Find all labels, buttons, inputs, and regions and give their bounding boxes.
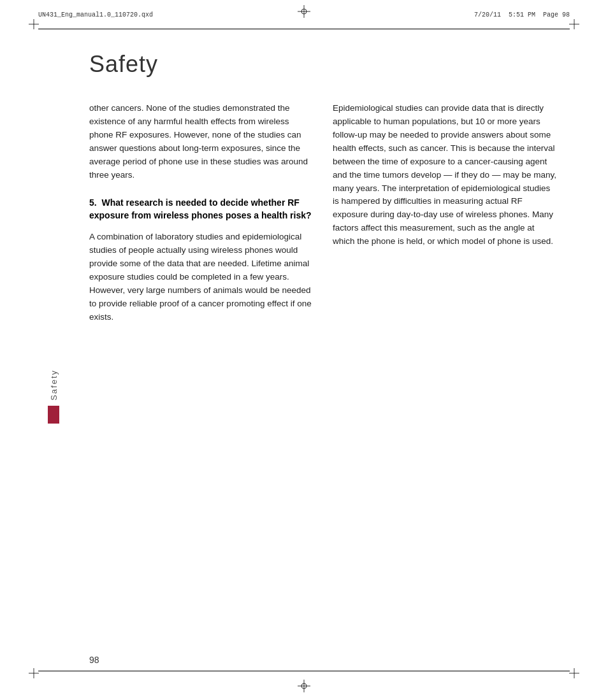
rule-top bbox=[38, 29, 570, 29]
section-body-text: A combination of laboratory studies and … bbox=[89, 231, 314, 324]
sidebar-text: Safety bbox=[49, 369, 59, 401]
reg-mark-tr bbox=[569, 19, 579, 32]
reg-mark-br bbox=[569, 668, 579, 681]
reg-mark-tl bbox=[29, 19, 39, 32]
top-center-registration-mark bbox=[298, 5, 310, 20]
section-heading: 5. What research is needed to decide whe… bbox=[89, 196, 314, 222]
two-column-layout: other cancers. None of the studies demon… bbox=[89, 102, 557, 324]
right-column: Epidemiological studies can provide data… bbox=[333, 102, 557, 324]
content-area: other cancers. None of the studies demon… bbox=[89, 102, 557, 649]
page-container: UN431_Eng_manual1.0_110720.qxd 7/20/11 5… bbox=[0, 0, 608, 700]
intro-paragraph: other cancers. None of the studies demon… bbox=[89, 102, 314, 182]
rule-bottom bbox=[38, 671, 570, 671]
sidebar-color-bar bbox=[48, 406, 59, 424]
bottom-center-registration-mark bbox=[298, 680, 310, 695]
page-title: Safety bbox=[89, 51, 158, 78]
header-filename: UN431_Eng_manual1.0_110720.qxd bbox=[38, 11, 153, 18]
section-heading-text: What research is needed to decide whethe… bbox=[89, 197, 312, 220]
left-column: other cancers. None of the studies demon… bbox=[89, 102, 314, 324]
right-col-text: Epidemiological studies can provide data… bbox=[333, 102, 557, 248]
reg-mark-bl bbox=[29, 668, 39, 681]
section-number: 5. bbox=[89, 197, 97, 208]
page-number: 98 bbox=[89, 655, 99, 665]
header-date: 7/20/11 5:51 PM Page 98 bbox=[474, 11, 570, 18]
sidebar-safety-label: Safety bbox=[48, 369, 59, 424]
